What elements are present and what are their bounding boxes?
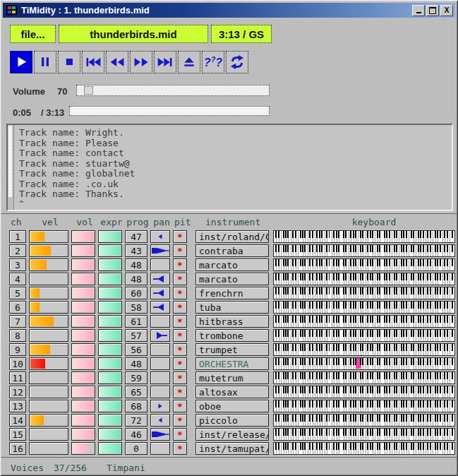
instrument-name[interactable]: oboe bbox=[195, 400, 269, 412]
next-button[interactable] bbox=[154, 51, 176, 73]
black-key bbox=[319, 400, 320, 407]
seek-bar[interactable] bbox=[69, 106, 270, 116]
black-key bbox=[447, 344, 448, 351]
black-key bbox=[355, 358, 356, 365]
instrument-name[interactable]: frenchrn bbox=[195, 287, 269, 299]
black-key bbox=[406, 330, 407, 337]
channel-row-11: 1159*mutetrum bbox=[1, 371, 458, 385]
maximize-button[interactable] bbox=[426, 5, 439, 16]
pan-indicator bbox=[150, 329, 170, 342]
channel-number[interactable]: 6 bbox=[9, 301, 26, 314]
minimize-button[interactable] bbox=[412, 5, 425, 16]
black-key bbox=[343, 358, 344, 365]
channel-number[interactable]: 12 bbox=[9, 386, 26, 398]
black-key bbox=[355, 245, 356, 252]
titlebar[interactable]: TiMidity : 1. thunderbirds.mid X bbox=[3, 3, 455, 18]
column-header-instrument: instrument bbox=[197, 217, 279, 227]
channel-number[interactable]: 11 bbox=[9, 371, 26, 384]
black-key bbox=[452, 400, 453, 407]
channel-number[interactable]: 16 bbox=[9, 442, 26, 455]
instrument-name[interactable]: trumpet bbox=[195, 343, 269, 356]
previous-button[interactable] bbox=[82, 51, 104, 73]
black-key bbox=[420, 259, 421, 266]
channel-number[interactable]: 1 bbox=[9, 230, 26, 243]
black-key bbox=[360, 245, 361, 252]
pitch-bend-indicator: * bbox=[173, 315, 187, 328]
instrument-name[interactable]: inst/tamupat/ bbox=[195, 442, 269, 455]
instrument-name[interactable]: inst/roland/C bbox=[195, 230, 269, 243]
black-key bbox=[394, 400, 395, 407]
channel-row-7: 761*hitbrass bbox=[1, 314, 458, 328]
pan-arrow-left-icon bbox=[151, 274, 169, 284]
black-key bbox=[430, 287, 431, 294]
black-key bbox=[420, 386, 421, 393]
eject-button[interactable] bbox=[178, 51, 200, 73]
velocity-bar bbox=[29, 273, 68, 285]
channel-number[interactable]: 8 bbox=[9, 329, 26, 342]
black-key bbox=[370, 344, 371, 351]
black-key bbox=[316, 273, 318, 280]
black-key bbox=[411, 429, 412, 436]
black-key bbox=[343, 400, 344, 407]
black-key bbox=[333, 287, 335, 294]
channel-number[interactable]: 13 bbox=[9, 400, 26, 412]
black-key bbox=[302, 415, 303, 422]
instrument-name[interactable]: altosax bbox=[195, 386, 269, 398]
message-line: Track name: Thanks. bbox=[19, 189, 135, 200]
random-button[interactable]: ??? bbox=[202, 51, 224, 73]
message-scrollbar[interactable] bbox=[8, 125, 14, 210]
file-button[interactable]: file... bbox=[10, 25, 56, 43]
channel-number[interactable]: 14 bbox=[9, 414, 26, 427]
black-key bbox=[437, 245, 438, 252]
program-number: 48 bbox=[125, 357, 147, 370]
channel-number[interactable]: 3 bbox=[9, 258, 26, 271]
channel-number[interactable]: 9 bbox=[9, 343, 26, 356]
instrument-name[interactable]: tuba bbox=[195, 301, 269, 314]
volume-fill bbox=[73, 288, 94, 298]
song-title-button[interactable]: thunderbirds.mid bbox=[59, 25, 208, 43]
black-key bbox=[360, 429, 361, 436]
black-key bbox=[295, 443, 296, 450]
channel-number[interactable]: 2 bbox=[9, 244, 26, 257]
volume-bar bbox=[71, 357, 95, 370]
channel-number[interactable]: 10 bbox=[9, 357, 26, 370]
black-key bbox=[386, 287, 387, 294]
repeat-button[interactable] bbox=[226, 51, 248, 73]
instrument-name[interactable]: mutetrum bbox=[195, 371, 269, 384]
black-key bbox=[329, 287, 330, 294]
channel-number[interactable]: 4 bbox=[9, 273, 26, 285]
black-key bbox=[292, 273, 294, 280]
instrument-name[interactable]: marcato bbox=[195, 258, 269, 271]
instrument-name[interactable]: piccolo bbox=[195, 414, 269, 427]
instrument-name[interactable]: marcato bbox=[195, 273, 269, 285]
duration-mode-button[interactable]: 3:13 / GS bbox=[211, 25, 272, 43]
black-key bbox=[379, 273, 380, 280]
black-key bbox=[312, 400, 313, 407]
black-key bbox=[367, 429, 368, 436]
black-key bbox=[300, 245, 301, 252]
play-button[interactable] bbox=[10, 51, 32, 73]
black-key bbox=[447, 429, 448, 436]
channel-number[interactable]: 15 bbox=[9, 428, 26, 441]
pause-button[interactable] bbox=[34, 51, 56, 73]
instrument-name[interactable]: hitbrass bbox=[195, 315, 269, 328]
black-key bbox=[321, 386, 323, 393]
instrument-name[interactable]: inst/release/ bbox=[195, 428, 269, 441]
volume-slider[interactable] bbox=[76, 85, 270, 96]
instrument-name[interactable]: contraba bbox=[195, 244, 269, 257]
forward-button[interactable] bbox=[130, 51, 152, 73]
black-key bbox=[447, 302, 448, 309]
stop-button[interactable] bbox=[58, 51, 80, 73]
channel-number[interactable]: 7 bbox=[9, 315, 26, 328]
black-key bbox=[418, 259, 419, 266]
volume-slider-thumb[interactable] bbox=[84, 86, 93, 95]
close-button[interactable]: X bbox=[440, 5, 453, 16]
rewind-button[interactable] bbox=[106, 51, 128, 73]
volume-fill bbox=[73, 373, 94, 383]
black-key bbox=[372, 259, 373, 266]
instrument-name[interactable]: trombone bbox=[195, 329, 269, 342]
message-scrollbar-thumb[interactable] bbox=[8, 125, 13, 198]
instrument-name[interactable]: ORCHESTRA bbox=[195, 357, 269, 370]
channel-number[interactable]: 5 bbox=[9, 287, 26, 299]
black-key bbox=[275, 316, 277, 323]
